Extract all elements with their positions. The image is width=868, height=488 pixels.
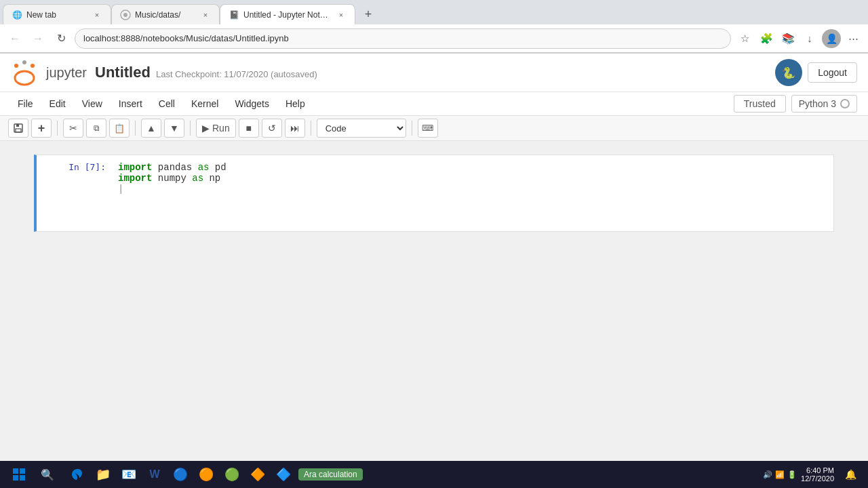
add-cell-button[interactable]: + [31, 119, 52, 138]
code-np: np [209, 173, 220, 184]
time-display: 6:40 PM [806, 466, 834, 474]
menu-kernel[interactable]: Kernel [184, 96, 225, 112]
menu-view[interactable]: View [75, 96, 109, 112]
trusted-badge[interactable]: Trusted [734, 95, 786, 113]
profile-icon[interactable]: 👤 [822, 29, 841, 48]
start-button[interactable] [5, 462, 33, 487]
menu-widgets[interactable]: Widgets [228, 96, 276, 112]
tab1-favicon: 🌐 [12, 9, 22, 20]
taskbar-app-edge[interactable] [65, 462, 90, 487]
taskbar: 🔍 📁 📧 W 🔵 🟠 🟢 🔶 🔷 Ara calculation 🔊 📶 🔋 … [0, 461, 868, 488]
svg-rect-12 [20, 475, 25, 481]
cell-code-area[interactable]: import pandas as pd import numpy as np | [111, 155, 833, 231]
tab2-title: Music/datas/ [135, 10, 196, 20]
menu-help[interactable]: Help [279, 96, 312, 112]
edge-icon [71, 468, 84, 481]
search-button[interactable]: 🔍 [35, 462, 60, 487]
cut-button[interactable]: ✂ [63, 119, 83, 138]
notebook-name[interactable]: Untitled [95, 64, 151, 81]
tab1-close[interactable]: × [92, 9, 102, 20]
address-bar-icons: ☆ 🧩 📚 ↓ 👤 ⋯ [735, 29, 863, 48]
taskbar-app-6[interactable]: 🟠 [194, 462, 218, 487]
menu-insert[interactable]: Insert [112, 96, 149, 112]
tab-new-tab[interactable]: 🌐 New tab × [3, 4, 111, 24]
keyboard-shortcuts-button[interactable]: ⌨ [418, 119, 438, 138]
notification-button[interactable]: 🔔 [838, 462, 863, 487]
toolbar-separator-5 [412, 121, 412, 136]
taskbar-app-explorer[interactable]: 📁 [91, 462, 115, 487]
move-up-button[interactable]: ▲ [141, 119, 161, 138]
toolbar-separator-1 [57, 121, 58, 136]
paste-icon: 📋 [114, 123, 125, 134]
collections-icon[interactable]: 📚 [778, 29, 797, 48]
run-button[interactable]: ▶ Run [196, 119, 236, 138]
move-down-button[interactable]: ▼ [164, 119, 184, 138]
volume-icon[interactable]: 🔊 [763, 470, 772, 479]
logout-button[interactable]: Logout [808, 62, 857, 83]
tab1-title: New tab [26, 10, 87, 20]
move-up-icon: ▲ [146, 123, 156, 134]
stop-button[interactable]: ■ [239, 119, 259, 138]
network-icon[interactable]: 📶 [775, 470, 785, 479]
taskbar-app-7[interactable]: 🟢 [220, 462, 244, 487]
tab-jupyter[interactable]: 📓 Untitled - Jupyter Notebook × [220, 4, 355, 24]
new-tab-button[interactable]: + [358, 4, 378, 24]
forward-button[interactable]: → [28, 29, 47, 48]
taskbar-right: 🔊 📶 🔋 6:40 PM 12/7/2020 🔔 [763, 462, 863, 487]
kernel-name: Python 3 [799, 98, 836, 109]
toolbar-separator-3 [190, 121, 191, 136]
cell-empty-space[interactable]: | [118, 184, 827, 224]
address-input[interactable] [75, 28, 731, 49]
taskbar-app-9[interactable]: 🔷 [271, 462, 296, 487]
back-button[interactable]: ← [5, 29, 24, 48]
toolbar-separator-2 [135, 121, 136, 136]
menu-cell[interactable]: Cell [152, 96, 182, 112]
taskbar-app-word[interactable]: W [142, 462, 167, 487]
code-as-1: as [198, 162, 210, 173]
tab3-close[interactable]: × [336, 9, 347, 20]
cell-prompt: In [7]: [37, 155, 111, 231]
tab3-favicon: 📓 [229, 9, 239, 20]
paste-button[interactable]: 📋 [109, 119, 130, 138]
run-icon: ▶ [202, 123, 210, 134]
menu-right: Trusted Python 3 [734, 95, 857, 113]
taskbar-pinned-label: Ara calculation [298, 468, 363, 481]
menu-file[interactable]: File [11, 96, 40, 112]
svg-point-2 [15, 71, 34, 85]
notebook-area[interactable]: In [7]: import pandas as pd import numpy… [0, 141, 868, 410]
settings-icon[interactable]: ⋯ [844, 29, 863, 48]
restart-icon: ↺ [268, 123, 276, 134]
code-cell[interactable]: In [7]: import pandas as pd import numpy… [34, 155, 834, 232]
tab-music-datas[interactable]: Music/datas/ × [111, 4, 220, 24]
account-icon[interactable]: ↓ [800, 29, 819, 48]
bookmark-star-icon[interactable]: ☆ [735, 29, 754, 48]
taskbar-app-8[interactable]: 🔶 [245, 462, 270, 487]
restart-all-icon: ⏭ [290, 123, 300, 134]
svg-rect-9 [13, 468, 18, 474]
save-button[interactable] [8, 119, 28, 138]
menu-bar: File Edit View Insert Cell Kernel Widget… [0, 92, 868, 116]
svg-rect-11 [13, 475, 18, 481]
code-pd: pd [215, 162, 226, 173]
extensions-icon[interactable]: 🧩 [757, 29, 776, 48]
keyboard-icon: ⌨ [422, 123, 433, 133]
move-down-icon: ▼ [170, 123, 179, 134]
code-pandas: pandas [158, 162, 198, 173]
taskbar-app-5[interactable]: 🔵 [168, 462, 193, 487]
copy-button[interactable]: ⧉ [86, 119, 106, 138]
restart-run-all-button[interactable]: ⏭ [285, 119, 305, 138]
keyword-import-2: import [118, 173, 152, 184]
save-icon [13, 123, 24, 134]
svg-point-4 [31, 64, 35, 68]
taskbar-app-mail[interactable]: 📧 [117, 462, 141, 487]
code-as-2: as [192, 173, 203, 184]
run-label: Run [212, 123, 230, 134]
tab2-close[interactable]: × [200, 9, 211, 20]
taskbar-time[interactable]: 6:40 PM 12/7/2020 [801, 466, 834, 483]
reload-button[interactable]: ↻ [52, 29, 71, 48]
cell-type-select[interactable]: Code Markdown Raw NBConvert Heading [317, 119, 406, 138]
windows-icon [12, 468, 26, 481]
svg-rect-7 [16, 124, 19, 127]
menu-edit[interactable]: Edit [43, 96, 73, 112]
restart-button[interactable]: ↺ [262, 119, 282, 138]
